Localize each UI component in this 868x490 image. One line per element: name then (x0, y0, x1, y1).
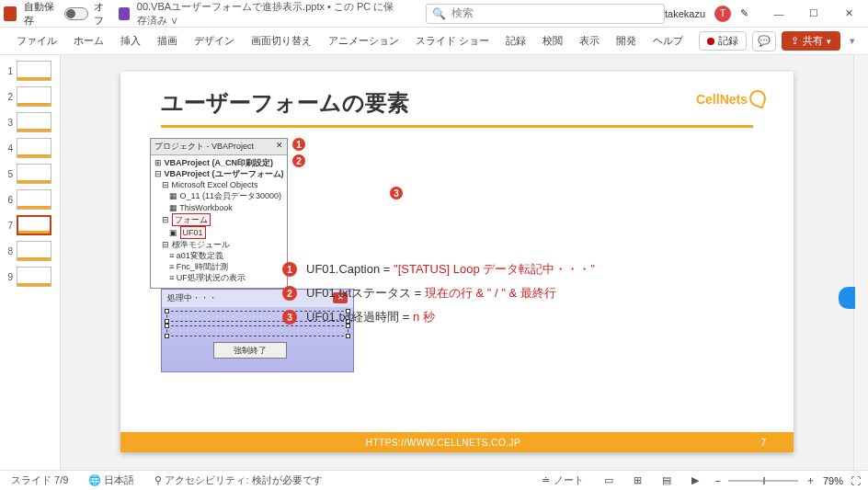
minimize-button[interactable]: — (763, 4, 794, 24)
collapse-ribbon-icon[interactable]: ▾ (846, 35, 859, 47)
powerpoint-icon (4, 6, 17, 21)
tab-slideshow[interactable]: スライド ショー (408, 30, 497, 51)
autosave-label: 自動保存 (24, 0, 59, 28)
project-tree: ⊞ VBAProject (A_CN印刷設定) ⊟ VBAProject (ユー… (151, 155, 287, 288)
note-line: 2 UF01.txtステータス = 現在の行 & " / " & 最終行 (282, 285, 595, 302)
user-name[interactable]: takekazu (665, 8, 705, 19)
view-slideshow-icon[interactable]: ▶ (688, 474, 702, 486)
callout-marker-3: 3 (389, 186, 404, 200)
tree-node: ⊟ フォーム (154, 213, 285, 226)
slide-position[interactable]: スライド 7/9 (7, 473, 72, 487)
thumbnail-3[interactable]: 3 (2, 112, 58, 132)
title-underline (161, 125, 753, 128)
side-flyout-button[interactable] (839, 287, 855, 309)
close-button[interactable]: ✕ (833, 4, 864, 24)
tab-review[interactable]: 校閲 (535, 30, 570, 51)
callout-marker-2: 2 (291, 154, 306, 168)
tab-draw[interactable]: 描画 (150, 30, 185, 51)
tree-node: ≡ UF処理状況の表示 (154, 272, 285, 283)
thumbnail-1[interactable]: 1 (2, 61, 58, 81)
avatar[interactable]: T (714, 6, 731, 22)
language[interactable]: 🌐 日本語 (85, 473, 138, 487)
zoom-in-icon[interactable]: ＋ (805, 473, 816, 487)
tree-node: ⊟ VBAProject (ユーザーフォーム) (154, 168, 285, 179)
thumbnail-8[interactable]: 8 (2, 241, 58, 261)
thumbnail-7[interactable]: 7 (2, 215, 58, 235)
tab-file[interactable]: ファイル (9, 30, 64, 51)
view-normal-icon[interactable]: ▭ (600, 474, 617, 486)
slide: ユーザーフォームの要素 CellNets プロジェクト - VBAProject… (120, 72, 794, 452)
notes-button[interactable]: ≐ ノート (538, 473, 587, 487)
accessibility[interactable]: ⚲ アクセシビリティ: 検討が必要です (151, 473, 326, 487)
toggle-icon[interactable] (64, 7, 88, 20)
tab-design[interactable]: デザイン (187, 30, 242, 51)
comments-button[interactable]: 💬 (752, 31, 776, 51)
tab-animations[interactable]: アニメーション (321, 30, 406, 51)
search-icon: 🔍 (432, 7, 446, 20)
tree-node: ▣ UF01 (154, 226, 285, 239)
view-reading-icon[interactable]: ▤ (658, 474, 675, 486)
pane-header: プロジェクト - VBAProject ✕ (151, 139, 287, 155)
autosave-state: オフ (94, 0, 111, 28)
slide-footer: HTTPS://WWW.CELLNETS.CO.JP 7 (120, 432, 794, 452)
view-sorter-icon[interactable]: ⊞ (630, 474, 645, 486)
tab-insert[interactable]: 挿入 (113, 30, 148, 51)
thumbnail-5[interactable]: 5 (2, 164, 58, 184)
callout-notes: 1 UF01.Caption = "[STATUS] Loop データ転記中・・… (282, 254, 595, 333)
share-button[interactable]: ⇪共有▾ (782, 31, 840, 51)
status-bar: スライド 7/9 🌐 日本語 ⚲ アクセシビリティ: 検討が必要です ≐ ノート… (0, 470, 868, 490)
footer-url: HTTPS://WWW.CELLNETS.CO.JP (148, 438, 738, 448)
tab-view[interactable]: 表示 (572, 30, 607, 51)
tab-developer[interactable]: 開発 (609, 30, 644, 51)
note-line: 1 UF01.Caption = "[STATUS] Loop データ転記中・・… (282, 261, 595, 278)
tree-node: ⊟ Microsoft Excel Objects (154, 179, 285, 190)
ribbon-display-icon[interactable]: ✎ (740, 7, 748, 19)
zoom-slider[interactable] (728, 480, 798, 482)
search-input[interactable]: 🔍 検索 (426, 4, 665, 24)
thumbnail-panel[interactable]: 123456789 (0, 55, 61, 470)
zoom-control[interactable]: − ＋ 79% ⛶ (715, 473, 861, 487)
thumbnail-6[interactable]: 6 (2, 189, 58, 210)
body-area: 123456789 ↖ ユーザーフォームの要素 CellNets プロジェクト … (0, 55, 868, 470)
thumbnail-9[interactable]: 9 (2, 267, 58, 287)
thumbnail-2[interactable]: 2 (2, 86, 58, 107)
tree-node: ⊟ 標準モジュール (154, 239, 285, 250)
maximize-button[interactable]: ☐ (798, 4, 829, 24)
brand-logo: CellNets (696, 90, 766, 107)
tab-home[interactable]: ホーム (66, 30, 111, 51)
zoom-percent[interactable]: 79% (823, 475, 843, 486)
fit-to-window-icon[interactable]: ⛶ (851, 475, 861, 486)
zoom-out-icon[interactable]: − (715, 475, 721, 486)
ribbon-tabs: ファイル ホーム 挿入 描画 デザイン 画面切り替え アニメーション スライド … (0, 28, 868, 55)
tab-record[interactable]: 記録 (498, 30, 533, 51)
callout-marker-1: 1 (291, 137, 306, 152)
tree-node: ▦ O_11 (11会員データ30000) (154, 190, 285, 201)
vba-project-pane: プロジェクト - VBAProject ✕ ⊞ VBAProject (A_CN… (150, 138, 288, 289)
document-title[interactable]: 00.VBAユーザーフォームで進捗表示.pptx • この PC に保存済み ∨ (137, 0, 398, 28)
slide-title: ユーザーフォームの要素 (120, 72, 794, 121)
pane-close-icon: ✕ (276, 141, 283, 153)
vertical-scrollbar[interactable] (853, 55, 868, 470)
note-line: 3 UF01.txt経過時間 = n 秒 (282, 309, 595, 325)
tab-help[interactable]: ヘルプ (645, 30, 691, 51)
search-placeholder: 検索 (451, 6, 474, 21)
record-dot-icon (707, 38, 714, 45)
tab-transitions[interactable]: 画面切り替え (244, 30, 319, 51)
thumbnail-4[interactable]: 4 (2, 138, 58, 158)
tree-node: ≡ a01変数定義 (154, 250, 285, 261)
tree-node: ⊞ VBAProject (A_CN印刷設定) (154, 157, 285, 168)
footer-page: 7 (738, 438, 766, 448)
titlebar: 自動保存 オフ 00.VBAユーザーフォームで進捗表示.pptx • この PC… (0, 0, 868, 28)
autosave-toggle[interactable]: 自動保存 オフ (24, 0, 111, 28)
tree-node: ≡ Fnc_時間計測 (154, 261, 285, 272)
dialog-button: 強制終了 (213, 342, 287, 359)
tree-node: ▦ ThisWorkbook (154, 202, 285, 213)
record-button[interactable]: 記録 (699, 31, 747, 51)
save-icon[interactable] (119, 7, 130, 20)
slide-canvas[interactable]: ↖ ユーザーフォームの要素 CellNets プロジェクト - VBAProje… (61, 55, 853, 470)
